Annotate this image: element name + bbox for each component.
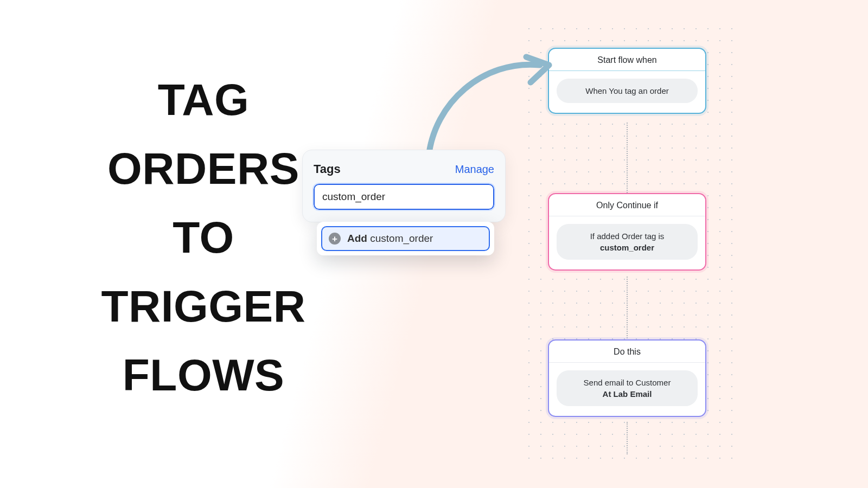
flow-node-condition[interactable]: Only Continue if If added Order tag is c… — [548, 193, 706, 271]
node-header: Do this — [549, 341, 705, 363]
manage-link[interactable]: Manage — [455, 163, 494, 176]
pill-line: If added Order tag is — [590, 232, 665, 241]
tags-panel-header: Tags Manage — [314, 162, 494, 176]
pill-line: When You tag an order — [585, 86, 668, 95]
node-pill: If added Order tag is custom_order — [557, 224, 698, 260]
add-value: custom_order — [370, 233, 433, 244]
arrow-icon — [412, 43, 564, 163]
node-body: If added Order tag is custom_order — [549, 216, 705, 269]
plus-circle-icon: + — [329, 233, 341, 245]
flow-connector — [627, 422, 628, 454]
node-header: Only Continue if — [549, 194, 705, 216]
flow-connector — [627, 277, 628, 338]
tag-input[interactable] — [314, 184, 494, 210]
add-prefix: Add — [347, 233, 367, 244]
pill-bold: At Lab Email — [603, 389, 652, 399]
node-header: Start flow when — [549, 49, 705, 71]
tags-panel: Tags Manage + Add custom_order — [302, 150, 506, 222]
flow-node-trigger[interactable]: Start flow when When You tag an order — [548, 48, 706, 114]
pill-line: Send email to Customer — [584, 378, 671, 387]
tag-suggestion-dropdown: + Add custom_order — [317, 222, 494, 255]
headline-text: TAG ORDERS TO TRIGGER FLOWS — [95, 65, 312, 409]
node-pill: Send email to Customer At Lab Email — [557, 370, 698, 406]
add-tag-option[interactable]: + Add custom_order — [321, 226, 490, 251]
flow-connector — [627, 123, 628, 193]
node-body: When You tag an order — [549, 71, 705, 113]
add-tag-label: Add custom_order — [347, 233, 433, 245]
node-body: Send email to Customer At Lab Email — [549, 363, 705, 416]
flow-node-action[interactable]: Do this Send email to Customer At Lab Em… — [548, 339, 706, 417]
pill-bold: custom_order — [600, 243, 654, 252]
node-pill: When You tag an order — [557, 79, 698, 103]
tags-title: Tags — [314, 162, 341, 176]
